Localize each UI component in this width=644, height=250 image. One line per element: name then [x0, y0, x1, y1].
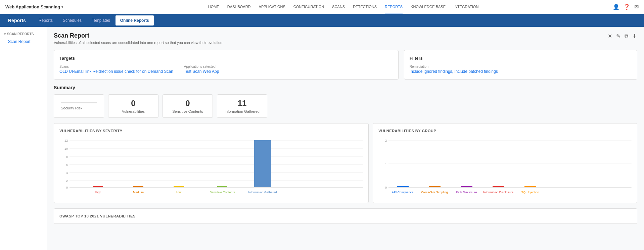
nav-integration[interactable]: INTEGRATION — [454, 1, 478, 13]
group-svg: 2 1 0 API Compliance Cross-Site Scr — [378, 137, 632, 197]
svg-text:12: 12 — [64, 139, 68, 142]
nav-links: HOME DASHBOARD APPLICATIONS CONFIGURATIO… — [74, 1, 613, 13]
remediation-label: Remediation — [410, 65, 632, 68]
targets-filters-row: Targets Scans OLD UI-Email link Reidrect… — [54, 50, 637, 80]
summary-cards: Security Risk 0 Vulnerabilities 0 Sensit… — [54, 94, 637, 118]
svg-rect-19 — [254, 140, 271, 187]
security-bar — [61, 102, 97, 103]
nav-scans[interactable]: SCANS — [332, 1, 345, 13]
svg-text:1: 1 — [385, 162, 387, 166]
top-nav: Web Application Scanning ▾ HOME DASHBOAR… — [0, 0, 644, 14]
vulnerabilities-label: Vulnerabilities — [115, 109, 151, 113]
close-button[interactable]: ✕ — [607, 32, 613, 40]
svg-text:2: 2 — [385, 139, 387, 142]
svg-text:10: 10 — [64, 147, 68, 150]
charts-row: VULNERABILITIES BY SEVERITY 12 — [54, 123, 637, 203]
nav-dashboard[interactable]: DASHBOARD — [227, 1, 251, 13]
remediation-field: Remediation Include ignored findings, In… — [410, 65, 632, 74]
summary-title: Summary — [54, 85, 637, 90]
sub-nav-tabs: Reports Schedules Templates Online Repor… — [34, 15, 154, 26]
filters-card: Filters Remediation Include ignored find… — [404, 50, 637, 80]
svg-text:Information Gathered: Information Gathered — [248, 191, 277, 194]
tab-online-reports[interactable]: Online Reports — [116, 15, 154, 26]
mail-icon[interactable]: ✉ — [634, 4, 639, 10]
report-title: Scan Report — [54, 32, 223, 39]
svg-text:0: 0 — [385, 186, 387, 189]
svg-text:Path Disclosure: Path Disclosure — [456, 191, 477, 194]
summary-information-gathered: 11 Information Gathered — [217, 94, 267, 118]
tab-templates[interactable]: Templates — [87, 15, 115, 26]
info-gathered-label: Information Gathered — [224, 109, 260, 113]
targets-fields: Scans OLD UI-Email link Reidrection issu… — [59, 65, 393, 74]
external-link-button[interactable]: ⧉ — [624, 33, 629, 40]
severity-svg: 12 10 8 6 4 2 0 — [59, 137, 363, 197]
report-subtitle: Vulnerabilities of all selected scans ar… — [54, 41, 223, 45]
svg-text:4: 4 — [66, 171, 68, 174]
targets-title: Targets — [59, 56, 393, 61]
scans-value: OLD UI-Email link Reidrection issue chec… — [59, 69, 173, 74]
sensitive-label: Sensitive Contents — [170, 109, 206, 113]
remediation-value: Include ignored findings, Include patche… — [410, 69, 498, 74]
report-actions: ✕ ✎ ⧉ ⬇ — [607, 32, 637, 40]
app-title[interactable]: Web Application Scanning ▾ — [5, 4, 63, 9]
owasp-title: OWASP TOP 10 2021 VULNERABILITIES — [59, 214, 632, 218]
svg-text:0: 0 — [66, 186, 68, 189]
vulnerabilities-value: 0 — [115, 99, 151, 108]
chart-severity-title: VULNERABILITIES BY SEVERITY — [59, 129, 363, 133]
app-title-chevron: ▾ — [61, 5, 63, 9]
content-area: Scan Report Vulnerabilities of all selec… — [47, 27, 644, 250]
svg-text:6: 6 — [66, 163, 68, 166]
nav-detections[interactable]: DETECTIONS — [353, 1, 377, 13]
svg-text:Cross-Site Scripting: Cross-Site Scripting — [421, 191, 448, 194]
summary-vulnerabilities: 0 Vulnerabilities — [108, 94, 158, 118]
download-button[interactable]: ⬇ — [632, 32, 637, 40]
nav-icons: 👤 ❓ ✉ — [613, 4, 639, 10]
sidebar-section-title: ▾ SCAN REPORTS — [0, 30, 47, 37]
chart-group-title: VULNERABILITIES BY GROUP — [378, 129, 632, 133]
chevron-down-icon: ▾ — [4, 32, 6, 36]
nav-configuration[interactable]: CONFIGURATION — [293, 1, 324, 13]
apps-field: Applications selected Test Scan Web App — [184, 65, 219, 74]
svg-text:SQL Injection: SQL Injection — [521, 191, 540, 194]
sub-nav: Reports Reports Schedules Templates Onli… — [0, 14, 644, 27]
main-layout: ▾ SCAN REPORTS Scan Report Scan Report V… — [0, 27, 644, 250]
scans-label: Scans — [59, 65, 173, 68]
chart-severity: VULNERABILITIES BY SEVERITY 12 — [54, 123, 369, 203]
nav-reports[interactable]: REPORTS — [385, 1, 403, 13]
summary-security-risk: Security Risk — [54, 94, 104, 118]
nav-applications[interactable]: APPLICATIONS — [259, 1, 285, 13]
owasp-card: OWASP TOP 10 2021 VULNERABILITIES — [54, 208, 637, 224]
apps-value: Test Scan Web App — [184, 69, 219, 74]
nav-home[interactable]: HOME — [208, 1, 219, 13]
svg-text:Sensitive Contents: Sensitive Contents — [210, 191, 235, 194]
svg-text:Low: Low — [176, 191, 182, 194]
app-title-text: Web Application Scanning — [5, 4, 60, 9]
report-header-left: Scan Report Vulnerabilities of all selec… — [54, 32, 223, 45]
scans-field: Scans OLD UI-Email link Reidrection issu… — [59, 65, 173, 74]
tab-schedules[interactable]: Schedules — [58, 15, 86, 26]
apps-label: Applications selected — [184, 65, 219, 68]
nav-knowledge-base[interactable]: KNOWLEDGE BASE — [411, 1, 446, 13]
filters-title: Filters — [410, 56, 632, 61]
chart-group-bars: 2 1 0 API Compliance Cross-Site Scr — [378, 137, 632, 197]
svg-text:8: 8 — [66, 155, 68, 158]
report-header: Scan Report Vulnerabilities of all selec… — [54, 32, 637, 45]
sensitive-value: 0 — [170, 99, 206, 108]
sidebar-item-scan-report[interactable]: Scan Report — [0, 37, 47, 46]
chart-group: VULNERABILITIES BY GROUP 2 1 0 — [373, 123, 637, 203]
svg-text:Information Disclosure: Information Disclosure — [484, 191, 514, 194]
svg-text:Medium: Medium — [133, 191, 144, 194]
sidebar: ▾ SCAN REPORTS Scan Report — [0, 27, 47, 250]
sub-nav-title: Reports — [3, 18, 31, 23]
targets-card: Targets Scans OLD UI-Email link Reidrect… — [54, 50, 399, 80]
security-risk-label: Security Risk — [61, 106, 97, 110]
tab-reports[interactable]: Reports — [34, 15, 57, 26]
edit-button[interactable]: ✎ — [615, 32, 621, 40]
chart-severity-bars: 12 10 8 6 4 2 0 — [59, 137, 363, 197]
info-gathered-value: 11 — [224, 99, 260, 108]
svg-text:2: 2 — [66, 179, 68, 183]
summary-sensitive-contents: 0 Sensitive Contents — [163, 94, 213, 118]
svg-text:API Compliance: API Compliance — [392, 191, 414, 194]
user-icon[interactable]: 👤 — [613, 4, 619, 10]
help-icon[interactable]: ❓ — [624, 4, 630, 10]
